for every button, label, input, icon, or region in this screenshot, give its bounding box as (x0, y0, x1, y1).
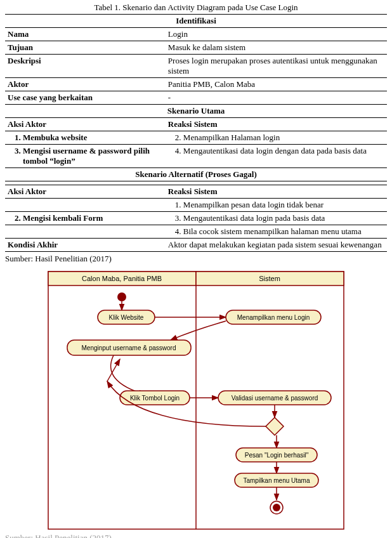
section-skenario-alternatif: Skenario Alternatif (Proses Gagal) (5, 168, 387, 181)
col-reaksi-sistem: Reaksi Sistem (166, 118, 387, 131)
lane1-label: Calon Maba, Panitia PMB (82, 275, 162, 282)
node-menampilkan-login: Menampilkan menu Login (237, 314, 310, 321)
row-tujuan-val: Masuk ke dalam sistem (166, 41, 387, 55)
node-tampilkan-menu: Tampilkan menu Utama (243, 477, 310, 484)
alt-sistem-1: Menampilkan pesan data login tidak benar (183, 200, 384, 210)
section-identifikasi: Identifikasi (5, 15, 387, 28)
alt-sistem-2: Mengautentikasi data login pada basis da… (183, 213, 384, 223)
node-validasi: Validasi username & password (232, 395, 318, 402)
table-caption: Tabel 1. Skenario dan Activity Diagram p… (5, 3, 387, 13)
row-deskripsi-val: Proses login merupakan proses autentikas… (166, 55, 387, 78)
row-tujuan-key: Tujuan (5, 41, 166, 55)
row-usecase-key: Use case yang berkaitan (5, 91, 166, 105)
utama-sistem-2: Mengautentikasi data login dengan data p… (183, 146, 384, 156)
node-menginput: Menginput username & password (82, 344, 176, 351)
svg-point-16 (273, 504, 280, 511)
node-klik-website: Klik Website (109, 314, 144, 321)
col-aksi-aktor: Aksi Aktor (5, 118, 166, 131)
utama-aktor-1: Membuka website (23, 133, 163, 143)
col-aksi-aktor-2: Aksi Aktor (5, 185, 166, 199)
row-deskripsi-key: Deskripsi (5, 55, 166, 78)
section-skenario-utama: Skenario Utama (5, 105, 387, 118)
lane2-label: Sistem (259, 275, 280, 282)
alt-aktor-2: Mengisi kembali Form (23, 213, 163, 223)
utama-aktor-2: Mengisi username & password pilih tombol… (23, 146, 163, 166)
node-pesan-berhasil: Pesan "Login berhasil" (245, 452, 309, 459)
alt-sistem-3: Bila cocok sistem menampilkan halaman me… (183, 226, 384, 237)
utama-sistem-1: Menampilkan Halaman login (183, 133, 384, 143)
row-aktor-val: Panitia PMB, Calon Maba (166, 78, 387, 91)
initial-node-icon (117, 292, 126, 301)
row-usecase-val: - (166, 91, 387, 105)
row-nama-key: Nama (5, 28, 166, 41)
col-reaksi-sistem-2: Reaksi Sistem (166, 185, 387, 199)
scenario-table: Identifikasi Nama Login Tujuan Masuk ke … (5, 14, 387, 252)
row-aktor-key: Aktor (5, 78, 166, 91)
source-line-2: Sumber: Hasil Penelitian (2017) (5, 533, 387, 538)
source-line-1: Sumber: Hasil Penelitian (2017) (5, 254, 387, 264)
row-nama-val: Login (166, 28, 387, 41)
node-klik-tombol-login: Klik Tombol Login (130, 395, 180, 402)
row-kondisi-val: Aktor dapat melakukan kegiatan pada sist… (166, 239, 387, 252)
activity-diagram: Calon Maba, Panitia PMB Sistem Klik Webs… (47, 270, 345, 530)
row-kondisi-key: Kondisi Akhir (5, 239, 166, 252)
